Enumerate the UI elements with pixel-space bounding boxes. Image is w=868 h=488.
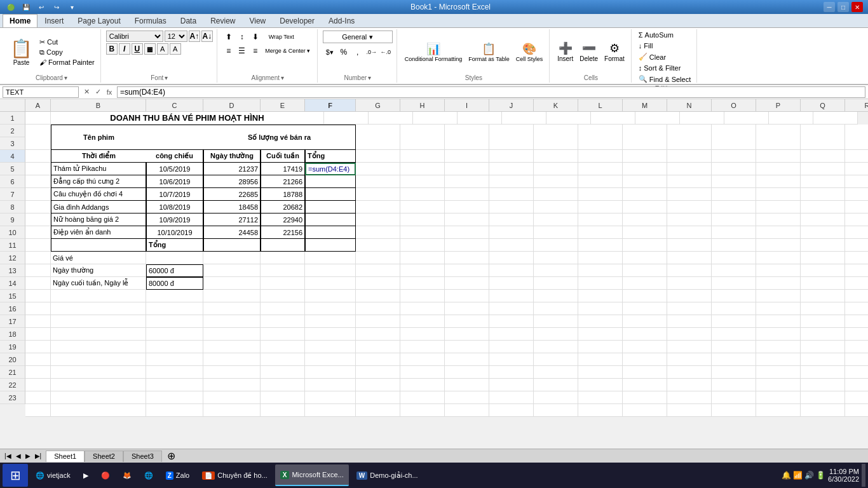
cell-a11[interactable]	[25, 252, 51, 264]
cell-k11[interactable]	[534, 252, 578, 264]
col-header-l[interactable]: L	[578, 99, 623, 111]
cell-l21[interactable]	[578, 379, 623, 391]
cell-h9[interactable]	[400, 226, 445, 239]
cell-j13[interactable]	[489, 277, 534, 290]
cell-j10[interactable]	[489, 239, 534, 252]
cell-styles-btn[interactable]: 🎨 Cell Styles	[513, 31, 546, 73]
row-num-4[interactable]: 4	[0, 150, 25, 163]
cell-f9[interactable]	[305, 226, 356, 239]
cell-e8[interactable]: 22940	[261, 214, 305, 226]
cell-g15[interactable]	[356, 302, 400, 315]
wrap-text-btn[interactable]: Wrap Text	[262, 30, 301, 43]
cell-b14[interactable]	[51, 290, 146, 302]
col-header-h[interactable]: H	[400, 99, 445, 111]
percent-btn[interactable]: %	[337, 46, 350, 58]
cell-k20[interactable]	[534, 366, 578, 379]
align-left-btn[interactable]: ≡	[222, 44, 235, 57]
cell-f19[interactable]	[305, 353, 356, 366]
cell-h20[interactable]	[400, 366, 445, 379]
italic-button[interactable]: I	[119, 43, 130, 55]
cell-e17[interactable]	[261, 328, 305, 341]
cell-o17[interactable]	[712, 328, 756, 341]
cell-j16[interactable]	[489, 315, 534, 328]
cell-p6[interactable]	[756, 188, 801, 201]
cell-c11[interactable]	[146, 252, 203, 264]
cell-p8[interactable]	[756, 214, 801, 226]
cell-b6[interactable]: Câu chuyện đồ chơi 4	[51, 188, 146, 201]
insert-btn[interactable]: ➕ Insert	[555, 31, 576, 73]
cell-g21[interactable]	[356, 379, 400, 391]
cell-k2[interactable]	[534, 125, 578, 150]
cell-b12[interactable]: Ngày thường	[51, 264, 146, 277]
cell-i23[interactable]	[445, 404, 489, 417]
cell-a13[interactable]	[25, 277, 51, 290]
cell-n8[interactable]	[667, 214, 712, 226]
cell-h17[interactable]	[400, 328, 445, 341]
notification-icon[interactable]: 🔔	[782, 471, 791, 480]
cell-k13[interactable]	[534, 277, 578, 290]
cell-g16[interactable]	[356, 315, 400, 328]
volume-icon[interactable]: 🔊	[804, 471, 814, 480]
cell-n10[interactable]	[667, 239, 712, 252]
cell-c21[interactable]	[146, 379, 203, 391]
cell-j22[interactable]	[489, 391, 534, 404]
cell-r9[interactable]	[845, 226, 868, 239]
cell-p20[interactable]	[756, 366, 801, 379]
decrease-font-btn[interactable]: A↓	[201, 30, 213, 42]
col-header-o[interactable]: O	[712, 99, 756, 111]
cell-q23[interactable]	[801, 404, 845, 417]
cell-m22[interactable]	[623, 391, 667, 404]
minimize-button[interactable]: ─	[824, 2, 835, 12]
cell-p4[interactable]	[756, 163, 801, 175]
cell-o15[interactable]	[712, 302, 756, 315]
cell-r19[interactable]	[845, 353, 868, 366]
cell-c17[interactable]	[146, 328, 203, 341]
col-header-r[interactable]: R	[845, 99, 868, 111]
cell-a7[interactable]	[25, 201, 51, 214]
cell-o16[interactable]	[712, 315, 756, 328]
cell-m13[interactable]	[623, 277, 667, 290]
cell-a20[interactable]	[25, 366, 51, 379]
cell-m10[interactable]	[623, 239, 667, 252]
row-num-5[interactable]: 5	[0, 163, 25, 175]
cell-p17[interactable]	[756, 328, 801, 341]
cell-c20[interactable]	[146, 366, 203, 379]
cell-h1[interactable]	[369, 112, 413, 125]
border-button[interactable]: ▦	[144, 43, 156, 55]
cell-o10[interactable]	[712, 239, 756, 252]
cell-e6[interactable]: 18788	[261, 188, 305, 201]
cell-f18[interactable]	[305, 341, 356, 353]
cell-o2[interactable]	[712, 125, 756, 150]
cell-f8[interactable]	[305, 214, 356, 226]
cell-j2[interactable]	[489, 125, 534, 150]
cell-m9[interactable]	[623, 226, 667, 239]
cell-i7[interactable]	[445, 201, 489, 214]
cell-n17[interactable]	[667, 328, 712, 341]
cell-b1[interactable]: DOANH THU BÁN VÉ PHIM HOẠT HÌNH	[51, 112, 324, 125]
cell-a10[interactable]	[25, 239, 51, 252]
cell-e18[interactable]	[261, 341, 305, 353]
cell-j11[interactable]	[489, 252, 534, 264]
sheet-tab-2[interactable]: Sheet2	[85, 451, 123, 462]
cell-f12[interactable]	[305, 264, 356, 277]
cell-q2[interactable]	[801, 125, 845, 150]
cell-r22[interactable]	[845, 391, 868, 404]
row-num-21[interactable]: 21	[0, 366, 25, 379]
cell-d20[interactable]	[203, 366, 261, 379]
cell-h15[interactable]	[400, 302, 445, 315]
col-header-a[interactable]: A	[25, 99, 51, 111]
cell-l23[interactable]	[578, 404, 623, 417]
formula-input[interactable]	[117, 86, 865, 98]
row-num-6[interactable]: 6	[0, 175, 25, 188]
underline-button[interactable]: U	[132, 43, 143, 55]
taskbar-word[interactable]: W Demo-giải-ch...	[351, 464, 423, 486]
cell-f22[interactable]	[305, 391, 356, 404]
cell-e20[interactable]	[261, 366, 305, 379]
number-expand-icon[interactable]: ▾	[368, 74, 371, 81]
cell-a15[interactable]	[25, 302, 51, 315]
row-num-7[interactable]: 7	[0, 188, 25, 201]
cell-q7[interactable]	[801, 201, 845, 214]
cell-a8[interactable]	[25, 214, 51, 226]
cell-c15[interactable]	[146, 302, 203, 315]
sort-filter-btn[interactable]: ↕ Sort & Filter	[637, 64, 693, 72]
